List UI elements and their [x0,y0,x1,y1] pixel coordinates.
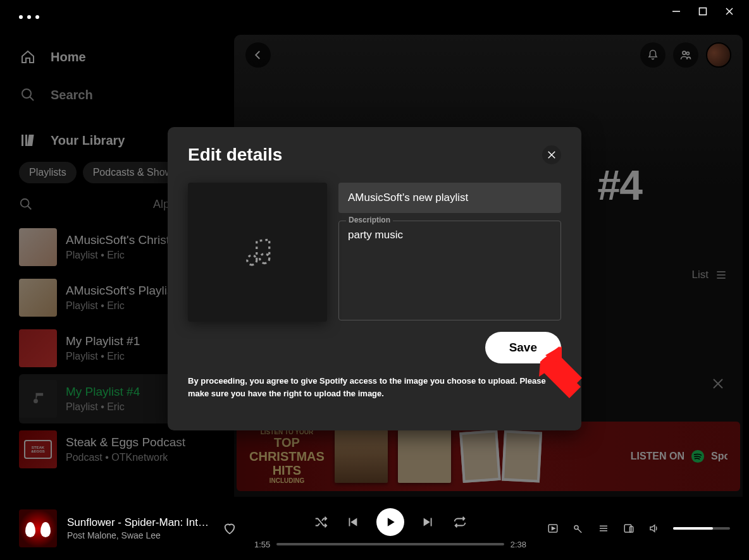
user-avatar[interactable] [706,42,731,68]
playlist-hero-title-fragment: #4 [598,161,641,209]
promo-headline: LISTEN TO YOUR TOP CHRISTMAS HITS INCLUD… [249,429,325,484]
nav-home-label: Home [51,50,86,64]
promo-collage [461,431,541,482]
playlist-title: My Playlist #4 [66,385,140,399]
minimize-button[interactable] [672,7,681,16]
now-playing-title[interactable]: Sunflower - Spider-Man: Into the Spider-… [67,516,213,529]
now-playing-cover[interactable] [19,509,57,547]
nav-search[interactable]: Search [19,76,234,114]
connect-device-button[interactable] [622,522,635,535]
description-label: Description [346,216,393,224]
queue-button[interactable] [597,522,610,535]
view-mode-toggle[interactable]: List [692,269,727,281]
next-button[interactable] [421,514,436,530]
svg-marker-19 [552,527,555,530]
promo-cta: LISTEN ON Spotify [631,449,727,463]
playlist-item[interactable]: STEAK&EGGS Steak & Eggs Podcast Podcast … [19,425,234,474]
playlist-name-input[interactable] [338,183,561,213]
close-window-button[interactable] [725,7,734,16]
playlist-subtitle: Playlist • Eric [66,351,140,362]
like-button[interactable] [223,521,237,535]
volume-slider[interactable] [673,527,730,530]
playlist-cover [19,279,57,317]
svg-point-10 [683,51,686,54]
edit-details-modal: Edit details Description Save By proceed… [168,127,581,430]
playlist-subtitle: Playlist • Eric [66,300,176,312]
search-icon [19,86,37,104]
home-icon [19,48,37,66]
view-mode-label: List [692,269,709,281]
dismiss-promo-button[interactable] [709,374,727,393]
playlist-cover: STEAK&EGGS [19,430,57,468]
svg-rect-7 [25,135,27,146]
volume-button[interactable] [648,522,660,535]
save-button[interactable]: Save [485,332,561,363]
svg-line-21 [578,529,581,533]
total-time: 2:38 [511,540,526,549]
shuffle-button[interactable] [313,514,328,530]
app-menu[interactable] [19,15,39,19]
notifications-button[interactable] [640,42,665,68]
window-controls [657,0,749,23]
promo-banner[interactable]: LISTEN TO YOUR TOP CHRISTMAS HITS INCLUD… [237,422,740,491]
nav-home[interactable]: Home [19,38,234,76]
library-icon [19,131,37,149]
svg-point-4 [22,89,31,98]
playlist-cover-upload[interactable] [188,183,327,322]
playlist-title: AMusicSoft's Playlist [66,284,176,298]
playlist-subtitle: Playlist • Eric [66,401,140,413]
playlist-cover [19,228,57,266]
modal-disclaimer: By proceeding, you agree to give Spotify… [188,375,561,399]
previous-button[interactable] [345,514,360,530]
now-playing-artist[interactable]: Post Malone, Swae Lee [67,530,213,540]
play-button[interactable] [376,508,404,536]
chip-playlists[interactable]: Playlists [19,162,77,183]
library-search-button[interactable] [19,197,33,211]
playlist-cover [19,380,57,418]
playlist-subtitle: Podcast • OTKnetwork [66,452,185,463]
music-note-icon [238,233,276,271]
playlist-description-input[interactable] [338,221,561,320]
svg-rect-6 [22,135,23,146]
seek-bar[interactable] [276,543,504,545]
svg-rect-1 [700,8,707,15]
repeat-button[interactable] [452,514,467,530]
svg-line-5 [30,97,34,100]
svg-line-9 [28,206,32,210]
playlist-title: Steak & Eggs Podcast [66,435,185,449]
close-modal-button[interactable] [542,145,561,164]
svg-point-8 [21,199,29,207]
lyrics-button[interactable] [572,522,585,535]
nav-search-label: Search [51,88,93,102]
back-button[interactable] [245,42,271,68]
spotify-logo-icon [691,449,705,463]
playlist-cover [19,329,57,367]
now-playing-view-button[interactable] [547,522,559,535]
friends-button[interactable] [673,42,698,68]
now-playing-bar: Sunflower - Spider-Man: Into the Spider-… [0,497,749,560]
promo-thumbnails [335,430,451,483]
svg-point-11 [686,52,689,54]
modal-title: Edit details [188,145,282,165]
elapsed-time: 1:55 [254,540,270,549]
maximize-button[interactable] [698,7,707,16]
playlist-title: My Playlist #1 [66,334,140,348]
library-label: Your Library [51,133,125,148]
svg-point-20 [574,526,578,530]
